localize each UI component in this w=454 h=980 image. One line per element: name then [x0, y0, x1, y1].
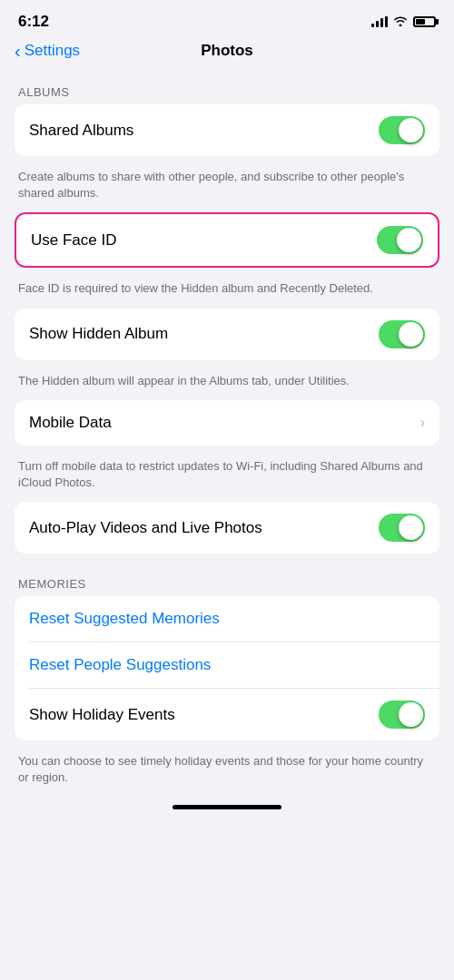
- mobile-data-row[interactable]: Mobile Data ›: [15, 400, 439, 446]
- status-icons: [371, 15, 436, 29]
- signal-icon: [371, 16, 388, 27]
- show-hidden-album-group: Show Hidden Album: [15, 309, 439, 360]
- show-hidden-album-row: Show Hidden Album: [15, 309, 439, 360]
- autoplay-videos-label: Auto-Play Videos and Live Photos: [29, 519, 262, 537]
- mobile-data-group: Mobile Data ›: [15, 400, 439, 446]
- use-face-id-toggle[interactable]: [377, 226, 423, 254]
- back-button[interactable]: ‹ Settings: [15, 42, 80, 60]
- home-bar: [173, 805, 281, 809]
- shared-albums-group: Shared Albums: [15, 104, 439, 156]
- reset-suggested-memories-row[interactable]: Reset Suggested Memories: [15, 596, 439, 642]
- mobile-data-description: Turn off mobile data to restrict updates…: [0, 453, 454, 502]
- shared-albums-label: Shared Albums: [29, 122, 133, 140]
- albums-section-header: ALBUMS: [0, 69, 454, 104]
- autoplay-videos-toggle-knob: [399, 515, 423, 540]
- page-title: Photos: [201, 42, 253, 60]
- show-holiday-events-row: Show Holiday Events: [15, 689, 439, 740]
- wifi-icon: [393, 15, 408, 29]
- use-face-id-row: Use Face ID: [16, 214, 438, 266]
- show-hidden-album-toggle-knob: [399, 322, 423, 347]
- show-holiday-events-label: Show Holiday Events: [29, 706, 175, 724]
- home-indicator: [0, 798, 454, 813]
- battery-icon: [413, 16, 436, 27]
- use-face-id-toggle-knob: [397, 228, 421, 252]
- autoplay-videos-row: Auto-Play Videos and Live Photos: [15, 502, 439, 554]
- mobile-data-chevron-icon: ›: [420, 415, 425, 431]
- status-bar: 6:12: [0, 0, 454, 36]
- autoplay-videos-group: Auto-Play Videos and Live Photos: [15, 502, 439, 554]
- show-holiday-events-toggle[interactable]: [379, 701, 425, 729]
- back-label: Settings: [25, 42, 80, 60]
- back-chevron-icon: ‹: [15, 42, 21, 60]
- memories-group: Reset Suggested Memories Reset People Su…: [15, 596, 439, 740]
- shared-albums-row: Shared Albums: [15, 104, 439, 156]
- reset-suggested-memories-label[interactable]: Reset Suggested Memories: [29, 610, 220, 628]
- nav-bar: ‹ Settings Photos: [0, 36, 454, 69]
- use-face-id-description: Face ID is required to view the Hidden a…: [0, 275, 454, 308]
- memories-section-header: MEMORIES: [0, 561, 454, 596]
- mobile-data-label: Mobile Data: [29, 414, 112, 432]
- shared-albums-toggle[interactable]: [379, 116, 425, 144]
- reset-people-suggestions-row[interactable]: Reset People Suggestions: [15, 642, 439, 688]
- use-face-id-group: Use Face ID: [15, 212, 439, 268]
- show-holiday-events-description: You can choose to see timely holiday eve…: [0, 748, 454, 797]
- show-hidden-album-toggle[interactable]: [379, 320, 425, 348]
- use-face-id-label: Use Face ID: [31, 231, 116, 250]
- status-time: 6:12: [18, 13, 49, 31]
- autoplay-videos-toggle[interactable]: [379, 514, 425, 542]
- shared-albums-description: Create albums to share with other people…: [0, 163, 454, 212]
- show-hidden-album-description: The Hidden album will appear in the Albu…: [0, 368, 454, 400]
- show-hidden-album-label: Show Hidden Album: [29, 325, 168, 343]
- show-holiday-events-toggle-knob: [399, 702, 423, 727]
- reset-people-suggestions-label[interactable]: Reset People Suggestions: [29, 656, 211, 674]
- shared-albums-toggle-knob: [399, 118, 423, 142]
